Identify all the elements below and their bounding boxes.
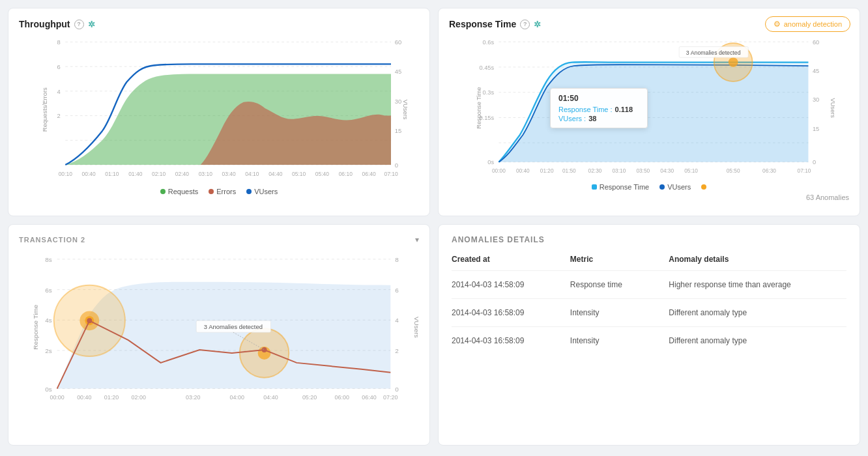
- svg-point-88: [262, 347, 267, 352]
- response-time-help-icon[interactable]: ?: [520, 20, 530, 29]
- legend-requests: Requests: [160, 188, 198, 195]
- svg-point-87: [87, 318, 92, 323]
- throughput-help-icon[interactable]: ?: [74, 20, 84, 29]
- transaction-header: TRANSACTION 2 ▾: [19, 235, 419, 244]
- svg-text:2s: 2s: [45, 347, 52, 354]
- anomalies-table-header: Created at Metric Anomaly details: [452, 255, 846, 271]
- svg-text:00:00: 00:00: [492, 167, 506, 174]
- svg-text:2: 2: [395, 347, 399, 354]
- svg-text:45: 45: [813, 68, 819, 74]
- svg-text:0: 0: [395, 162, 398, 169]
- anomaly-dot: [701, 184, 706, 190]
- svg-text:Response Time: Response Time: [476, 87, 482, 129]
- errors-dot: [209, 189, 214, 194]
- svg-point-49: [729, 57, 738, 67]
- svg-text:05:10: 05:10: [292, 171, 306, 177]
- vusers-dot-throughput: [246, 189, 252, 194]
- svg-text:8: 8: [395, 256, 399, 263]
- svg-text:0.3s: 0.3s: [483, 89, 495, 96]
- svg-text:VUsers: VUsers: [830, 98, 836, 119]
- svg-text:02:30: 02:30: [588, 167, 602, 174]
- anomaly-detection-button[interactable]: ⚙ anomaly detection: [765, 16, 850, 32]
- throughput-legend: Requests Errors VUsers: [19, 188, 419, 195]
- svg-point-50: [567, 108, 573, 114]
- response-time-card: Response Time ? ✲ ⚙ anomaly detection 0.…: [438, 8, 860, 216]
- throughput-card: Throughput ? ✲ 8 6 4 2 60 45: [8, 8, 430, 216]
- throughput-chart-area: 8 6 4 2 60 45 30 15 0 VUsers: [19, 36, 419, 196]
- svg-text:0s: 0s: [45, 386, 52, 393]
- svg-text:0s: 0s: [487, 159, 494, 165]
- response-time-label: Response Time: [449, 19, 516, 29]
- svg-text:15: 15: [395, 127, 401, 134]
- svg-text:30: 30: [395, 98, 401, 105]
- vusers-label-throughput: VUsers: [254, 188, 278, 195]
- throughput-loader-icon: ✲: [88, 20, 95, 29]
- svg-text:00:40: 00:40: [516, 167, 530, 174]
- svg-text:3 Anomalies detected: 3 Anomalies detected: [204, 323, 263, 330]
- svg-text:07:20: 07:20: [383, 395, 398, 401]
- svg-text:4: 4: [57, 88, 60, 95]
- chevron-down-icon[interactable]: ▾: [415, 235, 419, 244]
- svg-text:VUsers: VUsers: [402, 100, 409, 120]
- transaction-chart-area: 8s 6s 4s 2s 0s 8 6 4 2 0: [19, 249, 419, 425]
- svg-text:00:40: 00:40: [81, 171, 95, 177]
- svg-text:0: 0: [395, 386, 399, 393]
- transaction-title: TRANSACTION 2: [19, 236, 85, 244]
- svg-text:02:40: 02:40: [175, 171, 189, 177]
- svg-text:30: 30: [813, 96, 819, 103]
- legend-vusers-rt: VUsers: [659, 183, 691, 191]
- svg-text:6s: 6s: [45, 287, 52, 294]
- cell-metric: Intensity: [570, 327, 669, 355]
- legend-vusers-throughput: VUsers: [246, 188, 278, 195]
- table-header-row: Created at Metric Anomaly details: [452, 255, 846, 271]
- anomalies-table-body: 2014-04-03 14:58:09 Response time Higher…: [452, 271, 846, 355]
- cell-metric: Intensity: [570, 299, 669, 327]
- cell-details: Different anomaly type: [669, 327, 846, 355]
- legend-anomaly: [701, 183, 706, 191]
- svg-text:15: 15: [813, 126, 819, 132]
- anomalies-count-label: 63 Anomalies: [806, 193, 849, 201]
- throughput-title: Throughput ? ✲: [19, 19, 419, 29]
- svg-text:06:40: 06:40: [362, 171, 375, 177]
- anomalies-details-card: ANOMALIES DETAILS Created at Metric Anom…: [438, 224, 860, 446]
- svg-text:04:00: 04:00: [230, 395, 244, 401]
- table-row: 2014-04-03 14:58:09 Response time Higher…: [452, 271, 846, 299]
- rt-legend-label: Response Time: [600, 183, 649, 191]
- col-header-metric: Metric: [570, 255, 669, 271]
- svg-text:8s: 8s: [45, 256, 52, 263]
- svg-text:05:20: 05:20: [302, 395, 317, 401]
- vusers-label-rt: VUsers: [667, 183, 691, 191]
- svg-text:01:10: 01:10: [105, 171, 119, 177]
- svg-text:07:10: 07:10: [384, 171, 398, 177]
- vusers-dot-rt: [659, 184, 665, 190]
- col-header-details: Anomaly details: [669, 255, 846, 271]
- svg-text:VUsers: VUsers: [413, 317, 420, 338]
- table-row: 2014-04-03 16:58:09 Intensity Different …: [452, 327, 846, 355]
- svg-text:Response Time: Response Time: [32, 304, 39, 349]
- svg-text:0: 0: [813, 159, 816, 165]
- svg-text:02:00: 02:00: [132, 395, 146, 401]
- svg-text:45: 45: [395, 68, 401, 75]
- anomaly-btn-label: anomaly detection: [784, 20, 842, 28]
- svg-text:00:00: 00:00: [50, 395, 64, 401]
- svg-text:3 Anomalies detected: 3 Anomalies detected: [686, 50, 741, 56]
- svg-text:06:10: 06:10: [339, 171, 353, 177]
- svg-text:03:10: 03:10: [199, 171, 212, 177]
- svg-text:05:40: 05:40: [315, 171, 329, 177]
- transaction-svg: 8s 6s 4s 2s 0s 8 6 4 2 0: [19, 249, 419, 411]
- cell-metric: Response time: [570, 271, 669, 299]
- dashboard: Throughput ? ✲ 8 6 4 2 60 45: [8, 8, 860, 448]
- throughput-label: Throughput: [19, 19, 70, 29]
- cell-created: 2014-04-03 16:58:09: [452, 327, 570, 355]
- svg-text:03:50: 03:50: [636, 167, 650, 174]
- svg-text:0.45s: 0.45s: [479, 64, 494, 71]
- svg-text:2: 2: [57, 112, 60, 119]
- throughput-svg: 8 6 4 2 60 45 30 15 0 VUsers: [19, 36, 419, 183]
- anomalies-count: 63 Anomalies: [449, 193, 849, 201]
- rt-color-dot: [592, 184, 597, 190]
- svg-text:03:20: 03:20: [186, 395, 200, 401]
- response-time-loader-icon: ✲: [534, 20, 541, 29]
- svg-text:6: 6: [395, 287, 399, 294]
- svg-text:00:10: 00:10: [59, 171, 72, 177]
- cell-details: Different anomaly type: [669, 299, 846, 327]
